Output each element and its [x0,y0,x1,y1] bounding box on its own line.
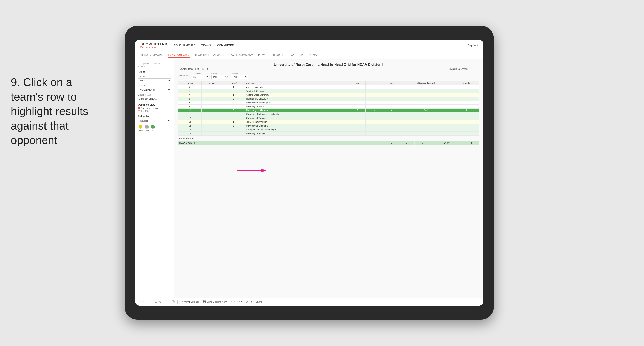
data-cell [398,116,453,120]
legend-up: Up [151,125,155,131]
share-btn[interactable]: Share [255,300,263,304]
data-cell: 8 [453,108,479,112]
data-cell: 13 [178,120,202,124]
subnav-team-h2h-grid[interactable]: TEAM H2H GRID [168,52,190,58]
redo-icon[interactable]: ↻ [143,300,145,303]
data-cell [453,101,479,105]
col-diff: Diff Av Strokes/Rnd [398,81,453,85]
data-cell: 1 [222,93,245,97]
data-cell: - [202,116,222,120]
data-cell: 4 [178,93,202,97]
instruction-text: 9. Click on a team's row to highlight re… [11,75,92,148]
data-cell [398,97,453,101]
main-content: Last Updated: 27/03/2024 16:55:38 Team G… [135,59,483,298]
data-cell [350,128,366,132]
region-select[interactable]: (All) [211,75,228,79]
view-original-btn[interactable]: 👁 View: Original [180,300,200,304]
opponent-select[interactable]: (All) [231,75,248,79]
subnav-player-summary[interactable]: PLAYER SUMMARY [228,53,253,57]
data-cell [366,89,384,93]
data-cell: 6 [178,97,202,101]
table-row[interactable]: 11-6University of Arkansas, Fayetteville [178,112,479,116]
nav-tournaments[interactable]: TOURNAMENTS [174,43,196,48]
download-icon[interactable]: ⬇ [250,300,252,303]
table-row[interactable]: 3-2Vanderbilt University [178,89,479,93]
gender-select[interactable]: Men's [138,78,171,83]
data-cell: 3 [222,116,245,120]
more-icon[interactable]: ⋯ [164,300,166,303]
data-cell [384,124,398,128]
data-cell: 14 [178,124,202,128]
table-row[interactable]: 15-4Georgia Institute of Technology [178,128,479,132]
subnav-team-summary[interactable]: TEAM SUMMARY [140,53,163,57]
sign-out-link[interactable]: Sign out [468,44,478,47]
table-row[interactable]: 4-1Arizona State University [178,93,479,97]
sidebar-team-title: Team [138,70,171,74]
watch-btn[interactable]: 👁 Watch ▾ [230,300,244,304]
data-cell [350,93,366,97]
data-cell [384,120,398,124]
back-icon[interactable]: ↩ [147,300,150,303]
subnav-player-h2h-heatmap[interactable]: PLAYER H2H HEATMAP [288,53,319,57]
data-cell [384,112,398,116]
data-cell: - [202,112,222,116]
data-cell: 15 [178,128,202,132]
table-row[interactable]: 12-3University of Virginia [178,116,479,120]
radio-opponents-played[interactable]: Opponents Played [138,107,171,109]
nav-committee[interactable]: COMMITTEE [217,43,234,48]
school-label: School (Rank) [138,94,171,96]
table-row[interactable]: 8-2University of Washington [178,101,479,105]
opponent-name-cell: Texas Tech University [245,120,350,124]
table-row[interactable]: 14-2University of Oklahoma [178,124,479,128]
table-row[interactable]: 2-1Auburn University [178,85,479,89]
conference-select[interactable]: (All) [192,75,209,79]
subnav-player-h2h-grid[interactable]: PLAYER H2H GRID [258,53,283,57]
data-cell: - [202,89,222,93]
toolbar-sep3: | [177,300,178,304]
clock-icon[interactable]: 🕐 [171,300,175,303]
data-cell: 0 [366,108,384,112]
opponent-name-cell: Florida State University [245,97,350,101]
zoom-icon[interactable]: ⊕ [155,300,157,303]
data-cell: 2 [222,97,245,101]
data-cell: 16 [178,132,202,136]
data-cell: 3 [350,108,366,112]
data-cell: - [202,120,222,124]
nav-teams[interactable]: TEAMS [202,43,211,48]
table-row[interactable]: 16-3University of Florida [178,132,479,136]
tablet-frame: SCOREBOARD Powered by clipp TOURNAMENTS … [124,26,494,320]
opponent-view-title: Opponent View [138,103,171,106]
data-cell: 1 [222,120,245,124]
table-row[interactable]: 13-1Texas Tech University [178,120,479,124]
table-row[interactable]: 9-3University of Arizona [178,105,479,108]
data-cell [350,89,366,93]
division-select[interactable]: NCAA Division I [138,87,171,92]
data-cell: - [202,132,222,136]
opponent-filter: Opponent (All) [231,72,248,79]
table-row[interactable]: 11-5University of Alabama3002.618 [178,108,479,112]
ood-tie: 0 [414,141,430,145]
copy-icon[interactable]: ⧉ [159,300,161,304]
radio-top100[interactable]: Top 100 [138,110,171,112]
ood-rounds: 3 [464,141,479,145]
subnav-team-h2h-heatmap[interactable]: TEAM H2H HEATMAP [195,53,222,57]
col-tie: Tie [384,81,398,85]
table-row[interactable]: 6-2Florida State University [178,97,479,101]
data-cell: 11 [178,108,202,112]
colour-by-select[interactable]: Win/loss [138,119,171,123]
save-custom-view-btn[interactable]: 💾 Save Custom View [202,300,228,304]
radio-dot-unselected [138,110,140,112]
ood-loss: 0 [399,141,414,145]
radio-dot-selected [138,107,140,109]
opponent-name-cell: University of Arkansas, Fayetteville [245,112,350,116]
out-of-division-row[interactable]: NCAA Division II 1 0 0 26.00 3 [178,141,479,145]
col-opponent: Opponent [245,81,350,85]
data-cell [366,93,384,97]
save-icon: 💾 [203,300,206,303]
undo-icon[interactable]: ↩ [138,300,141,303]
sidebar: Last Updated: 27/03/2024 16:55:38 Team G… [135,59,174,298]
share-icon[interactable]: ⊕ [246,300,248,303]
col-rank: # Rank [178,81,202,85]
data-cell [398,93,453,97]
data-cell [366,85,384,89]
